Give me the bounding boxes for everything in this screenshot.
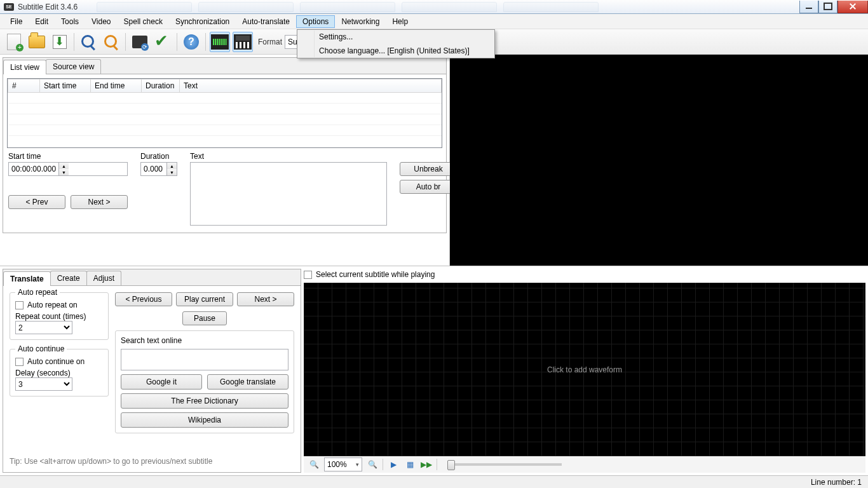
toolbar-separator bbox=[177, 33, 177, 51]
menu-networking[interactable]: Networking bbox=[335, 15, 386, 28]
next-button[interactable]: Next > bbox=[237, 292, 294, 306]
play-icon: ▶ bbox=[391, 460, 397, 469]
spinner-down-icon[interactable]: ▼ bbox=[59, 169, 69, 175]
col-number[interactable]: # bbox=[8, 79, 40, 93]
select-current-checkbox[interactable]: Select current subtitle while playing bbox=[304, 269, 865, 283]
zoom-out-button[interactable]: 🔍 bbox=[308, 458, 320, 471]
zoom-combo[interactable]: 100% bbox=[324, 458, 362, 471]
spinner-down-icon[interactable]: ▼ bbox=[167, 169, 177, 175]
replace-icon bbox=[104, 35, 118, 49]
col-end[interactable]: End time bbox=[91, 79, 142, 93]
menu-synchronization[interactable]: Synchronization bbox=[169, 15, 236, 28]
prev-line-button[interactable]: < Prev bbox=[8, 195, 65, 209]
col-duration[interactable]: Duration bbox=[142, 79, 180, 93]
menu-help[interactable]: Help bbox=[386, 15, 414, 28]
menu-options[interactable]: Options bbox=[296, 15, 335, 28]
search-online-group: Search text online Google it Google tran… bbox=[115, 330, 294, 433]
app-icon: SE bbox=[4, 3, 14, 11]
line-number-status: Line number: 1 bbox=[811, 478, 862, 487]
spellcheck-button[interactable]: ✔ bbox=[153, 32, 173, 52]
fix-button[interactable] bbox=[130, 32, 150, 52]
auto-repeat-title: Auto repeat bbox=[15, 288, 60, 297]
spinner-up-icon[interactable]: ▲ bbox=[59, 163, 69, 169]
video-toggle[interactable] bbox=[233, 32, 253, 52]
help-icon: ? bbox=[184, 34, 199, 50]
tab-source-view[interactable]: Source view bbox=[46, 59, 101, 74]
wf-next-button[interactable]: ▶▶ bbox=[420, 458, 433, 471]
waveform-toolbar: 🔍 100% 🔍 ▶ ▦ ▶▶ bbox=[304, 456, 865, 473]
waveform-panel: Select current subtitle while playing Cl… bbox=[301, 266, 868, 475]
spinner-up-icon[interactable]: ▲ bbox=[167, 163, 177, 169]
minimize-button[interactable] bbox=[799, 1, 818, 13]
menu-autotranslate[interactable]: Auto-translate bbox=[236, 15, 296, 28]
zoom-in-button[interactable]: 🔍 bbox=[366, 458, 379, 471]
auto-continue-checkbox[interactable]: Auto continue on bbox=[15, 357, 103, 366]
pause-button[interactable]: Pause bbox=[182, 311, 227, 325]
tab-adjust[interactable]: Adjust bbox=[86, 271, 121, 285]
menu-edit[interactable]: Edit bbox=[29, 15, 55, 28]
new-button[interactable] bbox=[4, 32, 24, 52]
menu-video[interactable]: Video bbox=[85, 15, 117, 28]
search-online-input[interactable] bbox=[121, 349, 288, 370]
play-current-button[interactable]: Play current bbox=[176, 292, 233, 306]
repeat-count-select[interactable]: 2 bbox=[15, 321, 72, 334]
delay-label: Delay (seconds) bbox=[15, 369, 103, 377]
fast-forward-icon: ▶▶ bbox=[421, 460, 432, 469]
previous-button[interactable]: < Previous bbox=[115, 292, 172, 306]
google-translate-button[interactable]: Google translate bbox=[207, 374, 288, 390]
subtitle-text-input[interactable] bbox=[190, 162, 387, 226]
window-controls bbox=[799, 1, 868, 13]
translate-panel: Translate Create Adjust Auto repeat Auto… bbox=[3, 269, 301, 473]
lower-tabs: Translate Create Adjust bbox=[3, 269, 301, 286]
tab-translate[interactable]: Translate bbox=[3, 271, 51, 286]
tip-text: Tip: Use <alt+arrow up/down> to go to pr… bbox=[3, 453, 301, 472]
duration-input[interactable]: ▲▼ bbox=[140, 162, 177, 176]
tab-create[interactable]: Create bbox=[50, 271, 87, 285]
auto-continue-on-label: Auto continue on bbox=[27, 357, 85, 366]
col-text[interactable]: Text bbox=[180, 79, 442, 93]
maximize-button[interactable] bbox=[818, 1, 837, 13]
find-button[interactable] bbox=[78, 32, 98, 52]
open-button[interactable] bbox=[27, 32, 47, 52]
delay-select[interactable]: 3 bbox=[15, 377, 72, 391]
waveform-toggle[interactable] bbox=[210, 32, 230, 52]
menu-tools[interactable]: Tools bbox=[55, 15, 85, 28]
col-start[interactable]: Start time bbox=[40, 79, 91, 93]
menu-spellcheck[interactable]: Spell check bbox=[118, 15, 169, 28]
zoom-value: 100% bbox=[327, 460, 347, 469]
wikipedia-button[interactable]: Wikipedia bbox=[121, 412, 288, 428]
close-button[interactable] bbox=[837, 1, 868, 13]
subtitle-grid[interactable]: # Start time End time Duration Text bbox=[7, 78, 442, 148]
auto-repeat-checkbox[interactable]: Auto repeat on bbox=[15, 301, 103, 309]
tab-list-view[interactable]: List view bbox=[3, 60, 46, 74]
open-folder-icon bbox=[29, 36, 45, 48]
checkbox-icon bbox=[15, 301, 24, 309]
format-label: Format bbox=[258, 37, 282, 46]
replace-button[interactable] bbox=[101, 32, 121, 52]
wf-play-button[interactable]: ▶ bbox=[387, 458, 400, 471]
autobr-button[interactable]: Auto br bbox=[400, 180, 457, 194]
wf-grid-button[interactable]: ▦ bbox=[403, 458, 416, 471]
auto-repeat-on-label: Auto repeat on bbox=[27, 301, 78, 309]
free-dictionary-button[interactable]: The Free Dictionary bbox=[121, 393, 288, 409]
checkbox-icon bbox=[304, 271, 312, 279]
menu-file[interactable]: File bbox=[4, 15, 29, 28]
waveform-display[interactable]: Click to add waveform bbox=[304, 283, 865, 456]
duration-label: Duration bbox=[140, 152, 177, 161]
google-it-button[interactable]: Google it bbox=[121, 374, 202, 390]
search-online-label: Search text online bbox=[121, 336, 288, 345]
next-line-button[interactable]: Next > bbox=[71, 195, 128, 209]
waveform-placeholder-text: Click to add waveform bbox=[547, 365, 622, 374]
help-button[interactable]: ? bbox=[181, 32, 201, 52]
title-bar: SE Subtitle Edit 3.4.6 bbox=[0, 0, 868, 14]
waveform-position-slider[interactable] bbox=[447, 463, 562, 466]
start-time-input[interactable]: ▲▼ bbox=[8, 162, 128, 176]
options-choose-language[interactable]: Choose language... [English (United Stat… bbox=[280, 44, 494, 58]
options-settings[interactable]: Settings... bbox=[280, 30, 494, 44]
unbreak-button[interactable]: Unbreak bbox=[400, 162, 457, 176]
start-time-label: Start time bbox=[8, 152, 128, 161]
save-button[interactable] bbox=[50, 32, 70, 52]
start-time-value[interactable] bbox=[9, 163, 58, 175]
duration-value[interactable] bbox=[141, 163, 166, 175]
text-label: Text bbox=[190, 152, 387, 161]
